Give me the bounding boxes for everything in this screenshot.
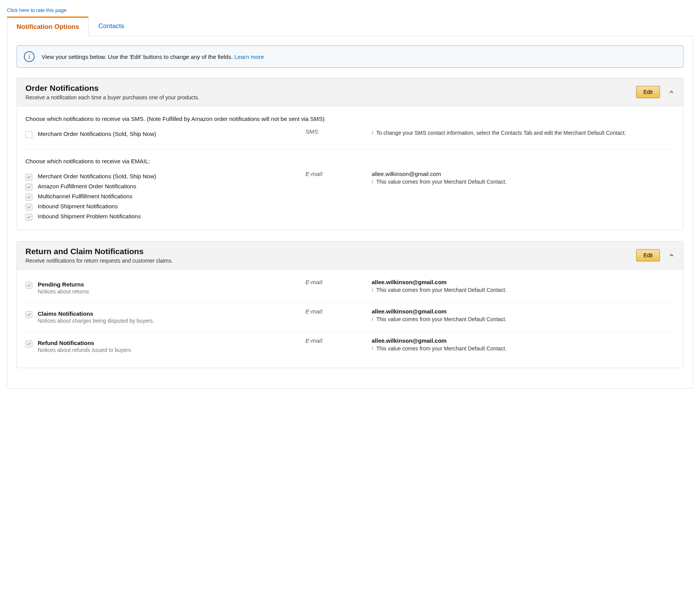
order-panel-title: Order Notifications <box>25 84 636 93</box>
return-item-title: Refund Notifications <box>38 340 131 346</box>
sms-hint-text: To change your SMS contact information, … <box>376 130 626 136</box>
return-item-claims: Claims Notifications Notices about charg… <box>25 303 675 332</box>
sms-hint: i To change your SMS contact information… <box>372 130 675 136</box>
info-icon-small: i <box>372 287 373 293</box>
list-item: Inbound Shipment Problem Notifications <box>25 213 301 221</box>
email-col-label: E-mail: <box>305 171 367 177</box>
return-claim-panel: Return and Claim Notifications Receive n… <box>17 241 683 368</box>
list-item: Merchant Order Notifications (Sold, Ship… <box>25 173 301 181</box>
order-panel-body: Choose which notifications to receive vi… <box>17 106 683 230</box>
checkbox-email-inbound-shipment[interactable] <box>25 204 32 211</box>
email-checkbox-list: Merchant Order Notifications (Sold, Ship… <box>25 171 301 223</box>
email-hint: i This value comes from your Merchant De… <box>372 179 675 185</box>
info-banner-msg: View your settings below. Use the 'Edit'… <box>42 54 234 60</box>
email-col-label: E-mail: <box>305 308 367 315</box>
checkbox-email-multichannel[interactable] <box>25 194 32 201</box>
checkbox-email-amazon-fulfillment[interactable] <box>25 184 32 191</box>
return-item-sub: Notices about returns <box>38 288 89 295</box>
email-item-label: Merchant Order Notifications (Sold, Ship… <box>38 173 156 179</box>
checkbox-claims-notifications[interactable] <box>25 311 32 318</box>
chevron-up-icon[interactable] <box>668 252 675 258</box>
sms-col-right: i To change your SMS contact information… <box>372 128 675 136</box>
return-panel-body: Pending Returns Notices about returns E-… <box>17 270 683 368</box>
tab-contacts[interactable]: Contacts <box>89 17 134 36</box>
return-panel-header: Return and Claim Notifications Receive n… <box>17 241 683 270</box>
separator <box>25 149 675 149</box>
info-icon-small: i <box>372 316 373 322</box>
email-value: allee.wilkinson@gmail.com <box>372 308 675 315</box>
checkbox-pending-returns[interactable] <box>25 282 32 289</box>
return-edit-button[interactable]: Edit <box>636 249 660 261</box>
email-hint-text: This value comes from your Merchant Defa… <box>376 287 506 293</box>
email-col-label: E-mail: <box>305 337 367 344</box>
sms-merchant-order-label: Merchant Order Notifications (Sold, Ship… <box>38 131 156 137</box>
email-hint-text: This value comes from your Merchant Defa… <box>376 345 506 352</box>
sms-section-label: Choose which notifications to receive vi… <box>25 116 675 122</box>
page-container: i View your settings below. Use the 'Edi… <box>7 36 693 389</box>
email-col-right: allee.wilkinson@gmail.com i This value c… <box>372 171 675 185</box>
info-icon-small: i <box>372 130 373 136</box>
return-item-refund: Refund Notifications Notices about refun… <box>25 332 675 361</box>
email-value: allee.wilkinson@gmail.com <box>372 279 675 285</box>
email-hint-text: This value comes from your Merchant Defa… <box>376 316 506 322</box>
info-icon: i <box>24 51 35 62</box>
tab-notification-options[interactable]: Notification Options <box>7 17 89 36</box>
email-item-label: Inbound Shipment Problem Notifications <box>38 213 141 219</box>
checkbox-refund-notifications[interactable] <box>25 340 32 347</box>
return-panel-title: Return and Claim Notifications <box>25 247 636 256</box>
checkbox-sms-merchant-order[interactable] <box>25 131 32 138</box>
learn-more-link[interactable]: Learn more <box>234 54 264 60</box>
checkbox-email-inbound-problem[interactable] <box>25 214 32 221</box>
list-item: Inbound Shipment Notifications <box>25 203 301 211</box>
rate-page-link[interactable]: Click here to rate this page <box>7 7 67 13</box>
list-item: Amazon Fulfillment Order Notifications <box>25 183 301 191</box>
return-item-sub: Notices about charges being disputed by … <box>38 318 154 324</box>
return-item-title: Pending Returns <box>38 281 89 288</box>
email-block: Merchant Order Notifications (Sold, Ship… <box>25 171 675 223</box>
email-item-label: Multichannel Fullfillment Notifications <box>38 193 132 199</box>
email-col-label: E-mail: <box>305 279 367 285</box>
email-value: allee.wilkinson@gmail.com <box>372 337 675 344</box>
email-value: allee.wilkinson@gmail.com <box>372 171 675 177</box>
order-edit-button[interactable]: Edit <box>636 86 660 98</box>
list-item: Multichannel Fullfillment Notifications <box>25 193 301 201</box>
return-item-sub: Notices about refunds issued to buyers <box>38 347 131 353</box>
email-item-label: Amazon Fulfillment Order Notifications <box>38 183 136 189</box>
info-banner-text: View your settings below. Use the 'Edit'… <box>42 54 264 60</box>
checkbox-email-merchant-order[interactable] <box>25 174 32 181</box>
info-banner: i View your settings below. Use the 'Edi… <box>17 45 683 68</box>
chevron-up-icon[interactable] <box>668 89 675 95</box>
info-icon-small: i <box>372 179 373 185</box>
email-item-label: Inbound Shipment Notifications <box>38 203 118 209</box>
sms-col-label: SMS: <box>305 128 367 135</box>
return-panel-subtitle: Receive notifications for return request… <box>25 258 636 264</box>
email-hint-text: This value comes from your Merchant Defa… <box>376 179 506 185</box>
sms-row: Merchant Order Notifications (Sold, Ship… <box>25 128 675 141</box>
order-panel-subtitle: Receive a notification each time a buyer… <box>25 94 636 100</box>
order-panel-header: Order Notifications Receive a notificati… <box>17 78 683 106</box>
return-item-pending: Pending Returns Notices about returns E-… <box>25 276 675 303</box>
email-section-label: Choose which notifications to receive vi… <box>25 158 675 164</box>
order-notifications-panel: Order Notifications Receive a notificati… <box>17 78 683 230</box>
return-item-title: Claims Notifications <box>38 310 154 317</box>
info-icon-small: i <box>372 345 373 352</box>
sms-merchant-order-row: Merchant Order Notifications (Sold, Ship… <box>25 131 301 138</box>
tab-bar: Notification Options Contacts <box>7 16 693 36</box>
